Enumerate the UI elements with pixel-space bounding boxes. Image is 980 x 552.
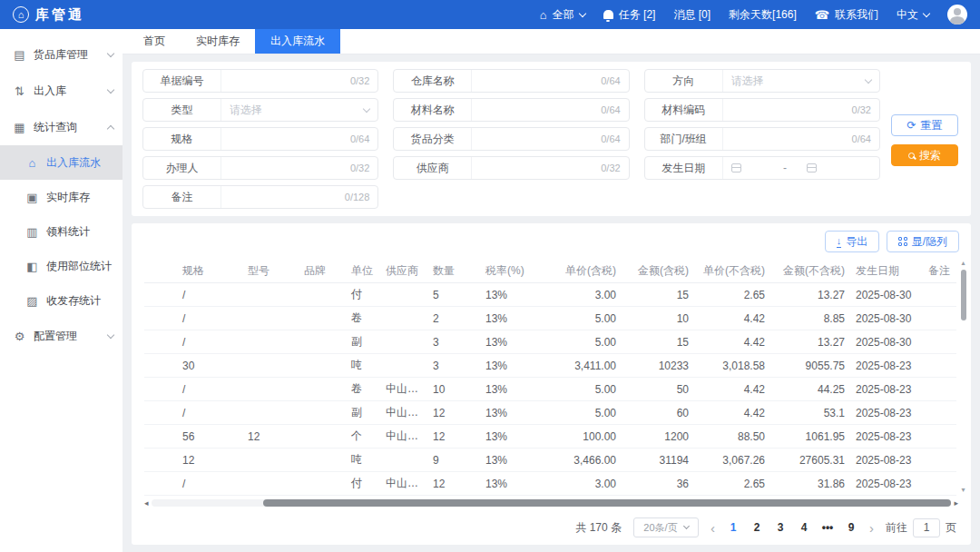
- filter-input[interactable]: 0/64: [472, 128, 628, 150]
- messages-label: 消息 [0]: [673, 7, 710, 23]
- tab-home[interactable]: 首页: [128, 29, 181, 54]
- table-row[interactable]: /付中山市...1213%3.00362.6531.862025-08-23: [144, 472, 956, 496]
- contact-link[interactable]: ☎ 联系我们: [815, 7, 878, 23]
- grid-icon: [898, 237, 907, 246]
- reset-button[interactable]: ⟳ 重置: [891, 114, 958, 136]
- date-range-input[interactable]: -: [723, 157, 879, 179]
- page-ellipsis[interactable]: •••: [821, 521, 834, 534]
- filter-input[interactable]: 0/64: [221, 128, 377, 150]
- table-cell: 5.00: [549, 407, 622, 419]
- table-cell: 4.42: [694, 312, 770, 325]
- scope-selector[interactable]: ⌂ 全部: [540, 7, 585, 23]
- table-row[interactable]: /副中山市...1213%5.00604.4253.12025-08-23: [144, 401, 956, 425]
- scroll-right-icon[interactable]: ▸: [954, 499, 958, 508]
- sidebar-item-material-stats[interactable]: ▥ 领料统计: [0, 214, 122, 249]
- sidebar-item-label: 统计查询: [34, 120, 77, 135]
- filter-input[interactable]: 0/32: [472, 157, 628, 179]
- sidebar-item-inout-flow[interactable]: ⌂ 出入库流水: [0, 145, 122, 180]
- table-cell: 13%: [480, 312, 549, 325]
- filter-input[interactable]: 0/32: [723, 99, 879, 121]
- filter-input[interactable]: 0/32: [221, 70, 377, 92]
- inout-summary-icon: ▨: [25, 294, 39, 308]
- table-row[interactable]: 12吨913%3,466.00311943,067.2627605.312025…: [144, 448, 956, 472]
- app-title: 库管通: [35, 6, 84, 24]
- toggle-columns-button[interactable]: 显/隐列: [887, 231, 959, 252]
- scroll-left-icon[interactable]: ◂: [144, 499, 149, 508]
- char-counter: 0/64: [601, 75, 620, 86]
- table-cell: 中山市...: [380, 405, 427, 420]
- table-cell: 56: [177, 430, 242, 443]
- flow-icon: ⌂: [25, 156, 39, 170]
- filter-field: 货品分类0/64: [393, 127, 629, 151]
- tasks-link[interactable]: 任务 [2]: [603, 7, 656, 23]
- column-header: 税率(%): [480, 263, 549, 279]
- goto-label: 前往: [886, 520, 907, 536]
- page-number[interactable]: 3: [774, 521, 787, 534]
- column-header: 数量: [427, 263, 480, 279]
- select-placeholder: 请选择: [230, 103, 364, 118]
- next-page-button[interactable]: ›: [869, 520, 874, 536]
- goto-page-input[interactable]: [913, 518, 940, 537]
- filter-input[interactable]: 0/64: [472, 70, 628, 92]
- tab-realtime-stock[interactable]: 实时库存: [181, 29, 255, 54]
- filter-input[interactable]: 0/32: [221, 157, 377, 179]
- sidebar-item-usage-dept-stats[interactable]: ◧ 使用部位统计: [0, 249, 122, 283]
- table-cell: 100.00: [549, 430, 622, 443]
- table-row[interactable]: 30吨313%3,411.00102333,018.589055.752025-…: [144, 354, 956, 378]
- table-cell: 9055.75: [770, 360, 850, 372]
- table-row[interactable]: /副313%5.00154.4213.272025-08-30: [144, 330, 956, 354]
- warehouse-icon: ⌂: [540, 9, 547, 21]
- horizontal-scroll-thumb[interactable]: [263, 499, 951, 507]
- chevron-down-icon: [107, 85, 114, 93]
- filter-label: 类型: [143, 99, 221, 121]
- sidebar-item-inout-summary[interactable]: ▨ 收发存统计: [0, 283, 122, 318]
- page-number[interactable]: 9: [845, 521, 858, 534]
- table-cell: 中山市...: [380, 381, 427, 397]
- export-button[interactable]: ↓ 导出: [825, 231, 880, 252]
- messages-link[interactable]: 消息 [0]: [673, 7, 710, 23]
- scroll-up-icon[interactable]: ▴: [961, 260, 965, 267]
- chevron-down-icon: [923, 9, 930, 16]
- table-row[interactable]: 5612个中山市...1213%100.00120088.501061.9520…: [144, 425, 956, 448]
- filter-input[interactable]: 0/128: [221, 186, 377, 208]
- table-row[interactable]: /卷中山市...1013%5.00504.4244.252025-08-23: [144, 378, 956, 401]
- sidebar-item-settings[interactable]: ⚙ 配置管理: [0, 318, 122, 354]
- chevron-down-icon: [683, 523, 690, 529]
- tab-inout-flow[interactable]: 出入库流水: [255, 29, 340, 54]
- table-cell: 50: [622, 383, 694, 396]
- page-size-select[interactable]: 20条/页: [633, 518, 699, 537]
- vertical-scrollbar[interactable]: ▴ ▾: [958, 260, 968, 494]
- table-cell: 13%: [480, 360, 549, 372]
- table-cell: 30: [177, 360, 242, 372]
- language-selector[interactable]: 中文: [897, 7, 929, 23]
- sidebar-item-in-out[interactable]: ⇅ 出入库: [0, 73, 122, 109]
- table-cell: 3,466.00: [549, 454, 622, 467]
- avatar[interactable]: [947, 5, 967, 25]
- sidebar-item-stats-query[interactable]: ▦ 统计查询: [0, 109, 122, 145]
- table-cell: 13%: [480, 430, 549, 443]
- page-number[interactable]: 4: [798, 521, 810, 534]
- filter-input[interactable]: 0/64: [723, 128, 879, 150]
- page-number[interactable]: 1: [727, 521, 740, 534]
- table-row[interactable]: /卷213%5.00104.428.852025-08-30: [144, 307, 956, 330]
- filter-field: 材料名称0/64: [393, 98, 629, 122]
- horizontal-scrollbar[interactable]: ◂ ▸: [144, 498, 958, 508]
- sidebar-item-goods-management[interactable]: ▤ 货品库管理: [0, 36, 122, 73]
- search-button[interactable]: 搜索: [891, 144, 958, 166]
- table-cell: 付: [346, 287, 380, 302]
- vertical-scroll-thumb[interactable]: [961, 270, 966, 320]
- filter-field: 备注0/128: [142, 185, 378, 209]
- sidebar-item-realtime-stock[interactable]: ▣ 实时库存: [0, 180, 122, 214]
- filter-select[interactable]: 请选择: [221, 99, 377, 121]
- table-cell: 3,067.26: [694, 454, 770, 467]
- filter-select[interactable]: 请选择: [723, 70, 879, 92]
- prev-page-button[interactable]: ‹: [710, 520, 715, 536]
- page-number[interactable]: 2: [750, 521, 763, 534]
- char-counter: 0/64: [852, 133, 871, 144]
- scroll-down-icon[interactable]: ▾: [961, 487, 965, 494]
- filter-input[interactable]: 0/64: [472, 99, 628, 121]
- sidebar-item-label: 使用部位统计: [46, 259, 112, 274]
- table-row[interactable]: /付513%3.00152.6513.272025-08-30: [144, 283, 956, 307]
- table-cell: 2: [427, 312, 480, 325]
- char-counter: 0/32: [601, 163, 620, 173]
